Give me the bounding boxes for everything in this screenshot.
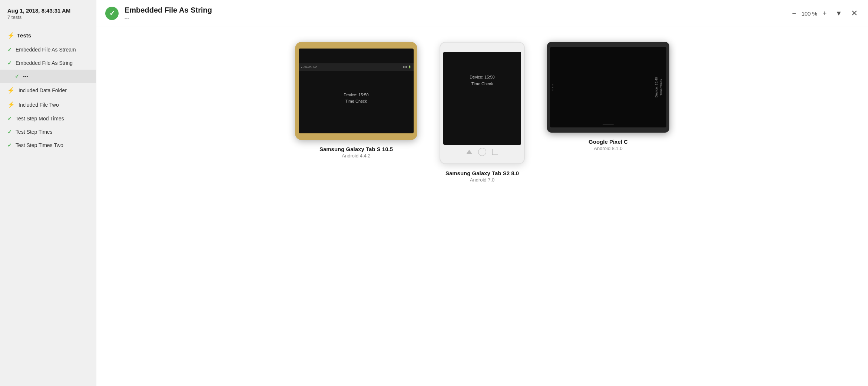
device-screen: Device: 15:49 TimeCheck [550,47,666,127]
device-card: • • SAMSUNG ▮▮▮ 🔋 Device: 15:50 Time Che… [295,42,417,159]
zoom-out-button[interactable]: − [791,8,798,19]
device-card: Device: 15:49 TimeCheck Google Pixel C A… [547,42,669,151]
sidebar-items-container: ✓Embedded File As Stream✓Embedded File A… [0,43,96,152]
pass-icon: ✓ [7,47,12,53]
device-frame-samsung-tabs: • • SAMSUNG ▮▮▮ 🔋 Device: 15:50 Time Che… [295,42,417,140]
pass-icon: ✓ [7,129,12,135]
sidebar-count: 7 tests [7,14,89,20]
test-subtitle: --- [125,15,785,21]
main-panel: ✓ Embedded File As String --- − 100 % + … [96,0,868,386]
sidebar-item-label: Included File Two [19,102,59,108]
sidebar-item-included-data-folder[interactable]: ⚡Included Data Folder [0,83,96,97]
screen-inner: • • SAMSUNG ▮▮▮ 🔋 Device: 15:50 Time Che… [299,63,414,133]
tests-label: Tests [17,32,31,39]
header-controls: − 100 % + ▼ ✕ [791,7,859,20]
side-dots [552,84,553,90]
sidebar-item-test-step-mod-times[interactable]: ✓Test Step Mod Times [0,112,96,125]
dot [552,89,553,90]
device-os: Android 4.4.2 [319,153,393,159]
screen-text: Device: 15:50 Time Check [344,92,368,105]
dot [552,84,553,85]
pass-indicator: ✓ [105,7,119,20]
tablet-nav-bar [466,145,498,156]
sidebar-item-test-step-times[interactable]: ✓Test Step Times [0,125,96,139]
test-title: Embedded File As String [125,6,785,14]
device-frame-pixelc: Device: 15:49 TimeCheck [547,42,669,133]
sidebar-item-label: Test Step Times [16,129,53,135]
back-nav [466,150,472,154]
device-frame-samsung-tabs2: Device: 15:50 Time Check [440,42,525,164]
screen-text: Device: 15:50 Time Check [470,74,494,87]
bottom-bar-line [603,124,614,124]
sidebar-item-test-step-times-two[interactable]: ✓Test Step Times Two [0,139,96,152]
recents-nav [492,149,498,155]
filter-button[interactable]: ▼ [834,8,844,19]
device-info: Samsung Galaxy Tab S 10.5 Android 4.4.2 [319,146,393,159]
device-card: Device: 15:50 Time Check Samsung Galaxy … [440,42,525,183]
fail-icon: ⚡ [7,87,15,94]
status-bar: • • SAMSUNG ▮▮▮ 🔋 [299,63,414,71]
sidebar-date: Aug 1, 2018, 8:43:31 AM [7,7,89,14]
close-button[interactable]: ✕ [849,7,859,20]
sidebar-item-label: Test Step Times Two [16,142,63,148]
screen-content: Device: 15:50 Time Check [344,92,368,105]
device-os: Android 7.0 [445,177,519,183]
header-title-block: Embedded File As String --- [125,6,785,21]
dot [552,87,553,88]
status-right: ▮▮▮ 🔋 [403,66,411,69]
device-name: Samsung Galaxy Tab S2 8.0 [445,170,519,176]
screen-content: Device: 15:50 Time Check [470,63,494,87]
status-left: • • SAMSUNG [301,66,317,69]
sidebar-item-included-file-two[interactable]: ⚡Included File Two [0,97,96,112]
main-header: ✓ Embedded File As String --- − 100 % + … [96,0,868,27]
devices-area: • • SAMSUNG ▮▮▮ 🔋 Device: 15:50 Time Che… [96,27,868,386]
sidebar-item-label: Embedded File As String [16,60,73,66]
sidebar-item-label: Included Data Folder [19,87,67,93]
device-info: Google Pixel C Android 8.1.0 [589,139,628,151]
device-screen: • • SAMSUNG ▮▮▮ 🔋 Device: 15:50 Time Che… [299,49,414,133]
sidebar: Aug 1, 2018, 8:43:31 AM 7 tests Tests ✓E… [0,0,96,386]
sidebar-header: Aug 1, 2018, 8:43:31 AM 7 tests [0,7,96,27]
device-os: Android 8.1.0 [589,146,628,151]
screen-text-rotated: Device: 15:49 TimeCheck [654,77,663,97]
device-screen: Device: 15:50 Time Check [443,52,521,145]
sidebar-section-label: Tests [0,27,96,43]
sidebar-item-label: Test Step Mod Times [16,116,64,122]
zoom-in-button[interactable]: + [821,8,828,19]
fail-icon: ⚡ [7,101,15,108]
sidebar-item-label: --- [23,73,28,79]
sidebar-item-dashes[interactable]: ✓--- [0,70,96,83]
zoom-control: − 100 % + [791,8,828,19]
pass-icon: ✓ [7,116,12,122]
sidebar-item-label: Embedded File As Stream [16,47,76,53]
home-nav [478,148,486,156]
device-name: Samsung Galaxy Tab S 10.5 [319,146,393,152]
device-name: Google Pixel C [589,139,628,145]
lightning-icon [7,32,14,39]
pass-icon: ✓ [7,60,12,66]
pass-icon: ✓ [15,73,19,79]
sidebar-item-embedded-file-stream[interactable]: ✓Embedded File As Stream [0,43,96,56]
sidebar-item-embedded-file-string[interactable]: ✓Embedded File As String [0,56,96,70]
zoom-value: 100 % [801,10,818,17]
pass-icon: ✓ [7,142,12,148]
device-info: Samsung Galaxy Tab S2 8.0 Android 7.0 [445,170,519,183]
